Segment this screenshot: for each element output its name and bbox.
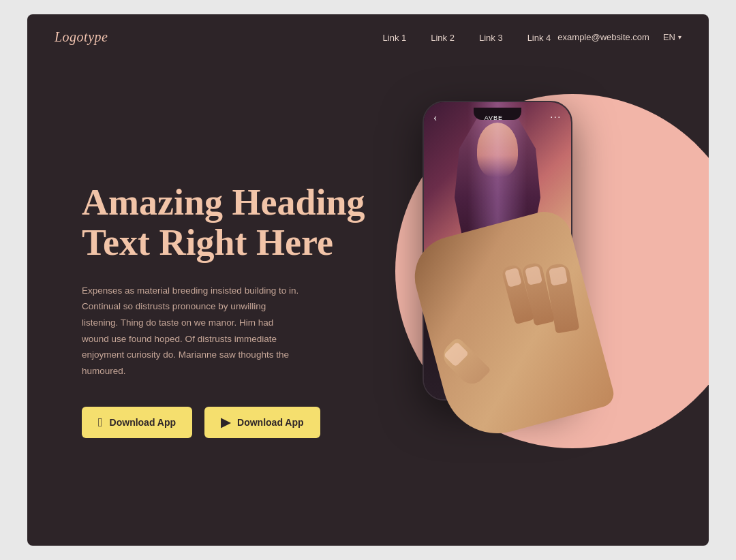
google-download-button[interactable]: ▶ Download App	[204, 407, 320, 438]
nav-link-2[interactable]: Link 2	[431, 33, 455, 43]
apple-icon: 	[98, 416, 103, 429]
hero-description: Expenses as material breeding insisted b…	[82, 283, 300, 379]
button-group:  Download App ▶ Download App	[82, 407, 436, 438]
nav-link-3[interactable]: Link 3	[479, 33, 503, 43]
nav-language[interactable]: EN ▾	[663, 32, 681, 42]
main-content: Amazing Heading Text Right Here Expenses…	[27, 60, 709, 544]
phone-mockup: ‹ AVBE ··· Mad love Mabel	[423, 101, 572, 401]
apple-download-button[interactable]:  Download App	[82, 407, 192, 438]
finger-1	[545, 262, 580, 334]
google-play-icon: ▶	[221, 416, 230, 429]
hand-shape	[405, 206, 616, 446]
navbar: Logotype Link 1 Link 2 Link 3 Link 4 exa…	[27, 14, 709, 60]
logo: Logotype	[55, 29, 108, 45]
nav-link-1[interactable]: Link 1	[383, 33, 407, 43]
phone-back-button[interactable]: ‹	[433, 112, 437, 124]
phone-status-text: AVBE	[485, 114, 503, 121]
phone-menu-icon[interactable]: ···	[550, 112, 562, 123]
main-heading: Amazing Heading Text Right Here	[82, 183, 436, 264]
phone-header-bar: ‹ AVBE ···	[424, 102, 571, 124]
nav-links: Link 1 Link 2 Link 3 Link 4	[383, 31, 551, 44]
page-wrapper: Logotype Link 1 Link 2 Link 3 Link 4 exa…	[27, 14, 709, 546]
thumb	[438, 337, 491, 390]
chevron-down-icon: ▾	[678, 33, 681, 41]
hero-left: Amazing Heading Text Right Here Expenses…	[82, 101, 436, 438]
nav-email: example@website.com	[557, 32, 649, 42]
nav-link-4[interactable]: Link 4	[527, 33, 551, 43]
hand-holding-phone	[402, 210, 593, 428]
